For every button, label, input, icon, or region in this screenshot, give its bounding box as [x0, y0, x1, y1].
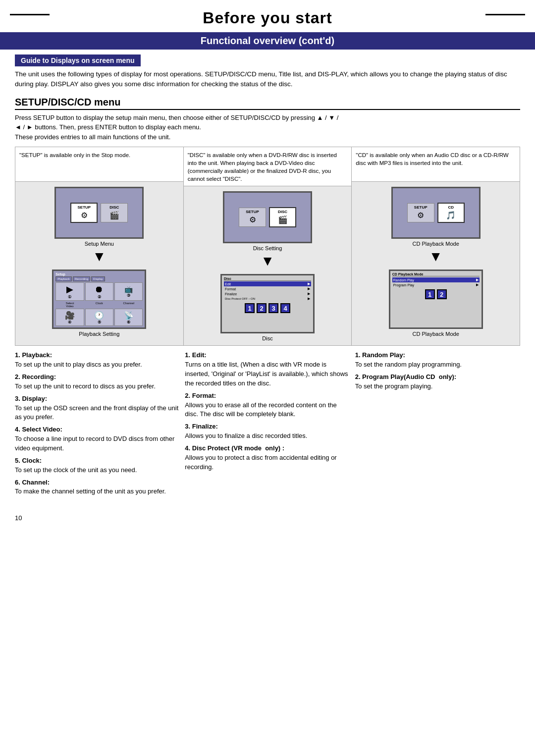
cd-note: "CD" is available only when an Audio CD … [352, 147, 520, 182]
desc-channel: 6. Channel:To make the channel setting o… [15, 478, 180, 497]
section-badge: Guide to Displays on screen menu [15, 54, 141, 66]
cd-arrow-down: ▼ [352, 249, 520, 265]
desc-display: 3. Display:To set up the OSD screen and … [15, 394, 180, 423]
page-number: 10 [15, 514, 520, 522]
disc-setup-icon: SETUP ⚙ [239, 208, 266, 227]
desc-program-play: 2. Program Play(Audio CD only):To set th… [355, 373, 520, 391]
cd-tv-screen: SETUP ⚙ CD 🎵 [391, 187, 481, 239]
disc-screen-wrap: SETUP ⚙ DISC 🎬 Disc Setting [184, 186, 352, 253]
diagram-col-disc: "DISC" is available only when a DVD-R/RW… [184, 147, 352, 345]
setup-submenu-label: Playback Setting [79, 331, 119, 337]
desc-edit: 1. Edit:Turns on a title list, (When a d… [185, 351, 350, 388]
desc-recording: 2. Recording:To set up the unit to recor… [15, 373, 180, 391]
disc-screen-label: Disc Setting [253, 245, 282, 251]
setup-description: Press SETUP button to display the setup … [15, 113, 520, 142]
diagram-col-cd: "CD" is available only when an Audio CD … [352, 147, 520, 345]
desc-playback: 1. Playback:To set up the unit to play d… [15, 351, 180, 370]
setup-icon-box: SETUP ⚙ [70, 203, 98, 223]
diagram-col-setup: "SETUP" is available only in the Stop mo… [15, 147, 184, 345]
disc-note: "DISC" is available only when a DVD-R/RW… [184, 147, 352, 186]
disc-tv-screen: SETUP ⚙ DISC 🎬 [223, 191, 312, 243]
cd-cd-icon: CD 🎵 [437, 203, 465, 223]
setup-tv-screen: SETUP ⚙ DISC 🎬 [54, 187, 144, 239]
disc-icon-box: DISC 🎬 [101, 203, 128, 222]
setup-section-title: SETUP/DISC/CD menu [15, 97, 520, 110]
cd-submenu-wrap: CD Playback Mode Random Play ▶ Program P… [352, 265, 520, 345]
desc-clock: 5. Clock:To set up the clock of the unit… [15, 456, 180, 475]
desc-col-disc: 1. Edit:Turns on a title list, (When a d… [185, 351, 350, 499]
desc-random-play: 1. Random Play:To set the random play pr… [355, 351, 520, 370]
subtitle-bar: Functional overview (cont'd) [0, 32, 535, 50]
page-header: Before you start [0, 0, 535, 30]
disc-arrow-down: ▼ [184, 253, 352, 269]
cd-screen-label: CD Playback Mode [413, 241, 459, 247]
disc-disc-icon: DISC 🎬 [269, 207, 296, 227]
cd-submenu-screen: CD Playback Mode Random Play ▶ Program P… [389, 270, 483, 329]
setup-screen-label: Setup Menu [85, 241, 114, 247]
diagram-area: "SETUP" is available only in the Stop mo… [15, 147, 520, 346]
setup-submenu-screen: Setup Playback Recording Display ▶ ① [52, 270, 146, 329]
cd-submenu-label: CD Playback Mode [413, 331, 459, 337]
disc-submenu-label: Disc [262, 335, 272, 341]
setup-submenu-wrap: Setup Playback Recording Display ▶ ① [15, 265, 183, 345]
intro-text: The unit uses the following types of dis… [15, 69, 520, 90]
cd-screen-wrap: SETUP ⚙ CD 🎵 CD Playback Mode [352, 182, 520, 249]
desc-format: 2. Format:Allows you to erase all of the… [185, 391, 350, 420]
disc-submenu-wrap: Disc Edit ▶ Format ▶ Finalize ▶ Disc Pro… [184, 269, 352, 345]
desc-col-cd: 1. Random Play:To set the random play pr… [355, 351, 520, 499]
desc-col-setup: 1. Playback:To set up the unit to play d… [15, 351, 180, 499]
disc-submenu-screen: Disc Edit ▶ Format ▶ Finalize ▶ Disc Pro… [220, 274, 315, 333]
page-title: Before you start [203, 9, 332, 27]
cd-setup-icon: SETUP ⚙ [407, 203, 434, 222]
setup-screen-wrap: SETUP ⚙ DISC 🎬 Setup Menu [15, 182, 183, 249]
setup-arrow-down: ▼ [15, 249, 183, 265]
descriptions-area: 1. Playback:To set up the unit to play d… [15, 351, 520, 499]
desc-select-video: 4. Select Video:To choose a line input t… [15, 425, 180, 453]
desc-finalize: 3. Finalize:Allows you to finalize a dis… [185, 422, 350, 441]
desc-disc-protect: 4. Disc Protect (VR mode only) :Allows y… [185, 444, 350, 472]
setup-note: "SETUP" is available only in the Stop mo… [15, 147, 183, 182]
